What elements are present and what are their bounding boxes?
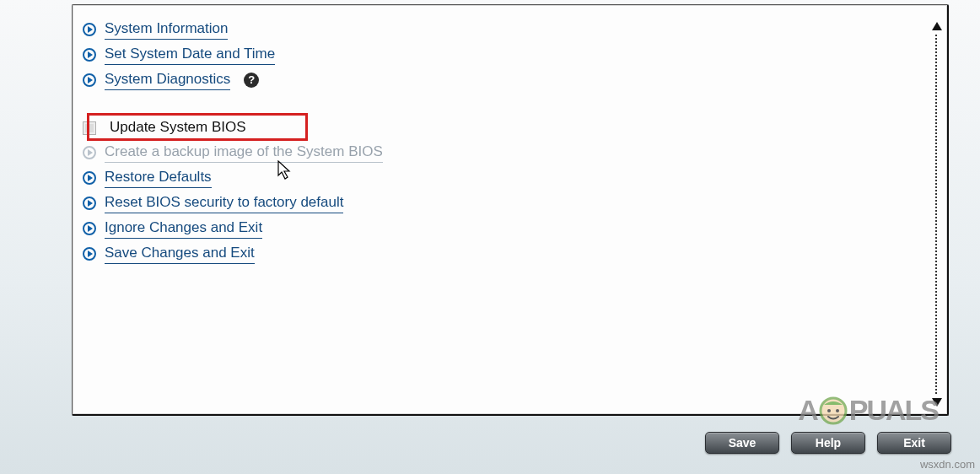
watermark-domain: wsxdn.com [920,458,975,471]
scrollbar-track[interactable] [935,35,937,394]
svg-marker-11 [88,200,93,207]
svg-point-20 [827,409,831,412]
play-icon [83,146,96,159]
menu-item-restore-defaults[interactable]: Restore Defaults [83,168,925,188]
help-button[interactable]: Help [791,432,865,454]
menu-link[interactable]: Restore Defaults [105,168,212,188]
scroll-up-icon[interactable] [930,19,944,33]
footer-buttons: Save Help Exit [0,432,951,454]
menu-link[interactable]: Set System Date and Time [105,45,275,65]
svg-marker-3 [88,51,93,58]
svg-marker-7 [88,149,93,156]
menu-link[interactable]: Reset BIOS security to factory default [105,193,343,213]
watermark-brand-left: A [798,394,817,427]
play-icon [83,197,96,210]
svg-marker-5 [88,77,93,83]
play-icon [83,171,96,185]
svg-marker-9 [88,175,93,181]
play-icon [83,48,96,62]
bios-panel: System Information Set System Date and T… [72,4,949,416]
menu-item-set-date-time[interactable]: Set System Date and Time [83,45,925,65]
help-icon[interactable]: ? [244,73,259,88]
menu-link[interactable]: Update System BIOS [110,118,246,137]
watermark-brand-right: PUALS [849,394,938,427]
menu-link: Create a backup image of the System BIOS [105,143,383,163]
menu-item-reset-bios-security[interactable]: Reset BIOS security to factory default [83,193,925,213]
svg-marker-1 [88,26,93,33]
menu-item-create-backup-bios: Create a backup image of the System BIOS [83,143,925,163]
menu-item-system-information[interactable]: System Information [83,19,925,40]
menu-link[interactable]: Ignore Changes and Exit [105,218,262,239]
play-icon [83,222,96,235]
exit-button[interactable]: Exit [877,432,951,454]
menu-item-ignore-changes-exit[interactable]: Ignore Changes and Exit [83,218,925,239]
menu-link[interactable]: Save Changes and Exit [105,244,255,264]
play-icon [83,73,96,87]
svg-marker-13 [88,225,93,232]
menu-item-update-system-bios[interactable]: Update System BIOS [83,118,925,137]
menu-link[interactable]: System Information [105,19,228,40]
play-icon [83,247,96,261]
menu-item-save-changes-exit[interactable]: Save Changes and Exit [83,244,925,264]
logo-face-icon [819,396,848,425]
save-button[interactable]: Save [705,432,779,454]
svg-point-21 [836,409,839,412]
play-icon [83,23,96,36]
svg-marker-15 [88,250,93,257]
watermark-logo: A PUALS [798,394,938,427]
bios-menu-list: System Information Set System Date and T… [83,17,925,269]
menu-link[interactable]: System Diagnostics [105,70,230,90]
menu-item-system-diagnostics[interactable]: System Diagnostics ? [83,70,925,90]
svg-marker-17 [932,22,942,30]
selection-indicator-icon [83,121,96,135]
